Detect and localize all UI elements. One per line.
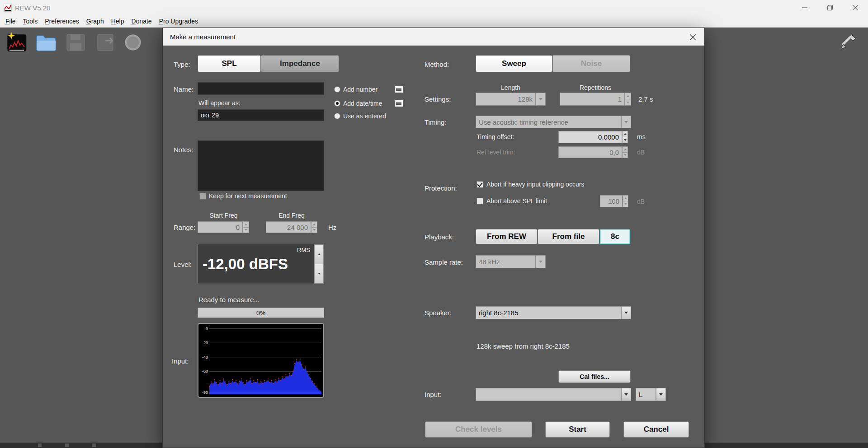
sample-rate-select[interactable]: 48 kHz [476,255,536,268]
type-spl-button[interactable]: SPL [198,55,261,72]
number-format-icon[interactable] [394,86,403,93]
spl-limit-input[interactable]: 100 [600,195,623,207]
length-label: Length [476,84,546,92]
length-dropdown-button[interactable] [536,93,546,106]
ref-trim-input[interactable]: 0,0 [558,146,622,158]
chevron-down-icon [624,121,628,123]
repetitions-input[interactable]: 1 [560,93,625,106]
sample-rate-dropdown-button[interactable] [536,255,546,268]
keep-measurement-label: Keep for next measurement [209,192,287,200]
timing-offset-input[interactable]: 0,0000 [558,131,622,143]
new-measurement-button[interactable] [7,32,27,52]
open-file-button[interactable] [35,32,57,52]
sample-rate-label: Sample rate: [425,258,463,266]
input-level-meter: 0-20-40-60-90 [198,323,324,398]
ref-trim-label: Ref level trim: [476,149,515,156]
menu-bar: File Tools Preferences Graph Help Donate… [0,15,868,28]
cancel-button[interactable]: Cancel [623,421,689,438]
start-button[interactable]: Start [545,421,610,438]
end-freq-spinner[interactable] [311,221,317,233]
info-button[interactable] [125,34,141,51]
notes-input[interactable] [198,140,324,191]
svg-text:-20: -20 [202,341,208,345]
input-device-dropdown-button[interactable] [621,388,631,401]
export-icon [95,32,116,52]
wrench-button[interactable] [839,33,857,51]
abort-clipping-checkbox[interactable] [476,181,483,188]
dialog-titlebar: Make a measurement [163,28,704,46]
window-title: REW V5.20 [15,4,50,12]
dialog-close-button[interactable] [686,32,699,42]
sweep-summary: 128k sweep from right 8c-2185 [476,342,570,350]
measurement-icon [7,32,27,52]
use-as-entered-label: Use as entered [343,112,386,120]
menu-donate[interactable]: Donate [128,16,156,26]
type-label: Type: [174,61,190,68]
svg-text:-90: -90 [202,390,208,395]
sweep-duration: 2,7 s [638,95,653,103]
start-freq-input[interactable]: 0 [198,221,243,233]
speaker-label: Speaker: [425,309,452,317]
add-number-radio[interactable] [334,86,340,93]
name-input[interactable] [198,82,324,95]
chevron-down-icon [624,393,628,396]
protection-label: Protection: [425,184,457,192]
input-device-select[interactable] [476,388,621,401]
end-freq-input[interactable]: 24 000 [266,221,311,233]
export-button[interactable] [95,32,116,52]
type-impedance-button[interactable]: Impedance [261,55,339,72]
use-as-entered-radio[interactable] [334,113,340,119]
menu-help[interactable]: Help [108,16,128,26]
input-channel-dropdown-button[interactable] [656,388,666,401]
minimize-button[interactable] [792,0,817,15]
menu-tools[interactable]: Tools [19,16,42,26]
abort-clipping-label: Abort if heavy input clipping occurs [486,181,584,188]
notes-label: Notes: [174,146,193,154]
menu-pro-upgrades[interactable]: Pro Upgrades [156,16,202,26]
length-select[interactable]: 128k [476,93,536,106]
method-noise-button[interactable]: Noise [552,55,630,72]
rew-app-icon [4,4,12,12]
range-label: Range: [174,224,195,231]
method-sweep-button[interactable]: Sweep [476,55,552,72]
taskbar-icon [65,443,69,447]
check-levels-button[interactable]: Check levels [425,421,532,438]
end-freq-label: End Freq [266,212,317,219]
level-spinner[interactable] [314,244,324,284]
close-window-button[interactable] [843,0,868,15]
spl-limit-unit: dB [637,198,645,205]
add-datetime-radio[interactable] [334,100,340,107]
speaker-select[interactable]: right 8c-2185 [476,306,621,319]
taskbar-icon [92,443,96,447]
menu-file[interactable]: File [2,16,19,26]
playback-from-rew-button[interactable]: From REW [476,229,538,244]
playback-from-file-button[interactable]: From file [538,229,599,244]
input-channel-select[interactable]: L [636,388,656,401]
spl-limit-spinner[interactable] [623,195,628,207]
speaker-dropdown-button[interactable] [621,306,631,319]
cal-files-button[interactable]: Cal files... [558,370,631,383]
level-label: Level: [174,261,192,268]
playback-device-button[interactable]: 8c [599,229,631,244]
menu-preferences[interactable]: Preferences [41,16,83,26]
timing-offset-spinner[interactable] [622,131,628,143]
datetime-format-icon[interactable] [394,100,403,107]
dialog-close-icon [690,34,696,40]
ref-trim-spinner[interactable] [622,146,628,158]
save-button[interactable] [65,32,86,52]
keep-measurement-checkbox[interactable] [199,193,206,200]
start-freq-spinner[interactable] [243,221,249,233]
abort-spl-label: Abort above SPL limit [486,197,547,205]
abort-spl-checkbox[interactable] [476,198,483,205]
timing-reference-select[interactable]: Use acoustic timing reference [476,116,621,128]
timing-dropdown-button[interactable] [621,116,631,128]
add-number-label: Add number [343,86,377,93]
chevron-down-icon [539,261,542,263]
open-folder-icon [35,32,57,52]
repetitions-spinner[interactable] [625,93,631,106]
range-unit-label: Hz [328,224,336,231]
info-icon [125,34,141,51]
dialog-title: Make a measurement [170,33,236,41]
menu-graph[interactable]: Graph [83,16,108,26]
maximize-button[interactable] [817,0,843,15]
